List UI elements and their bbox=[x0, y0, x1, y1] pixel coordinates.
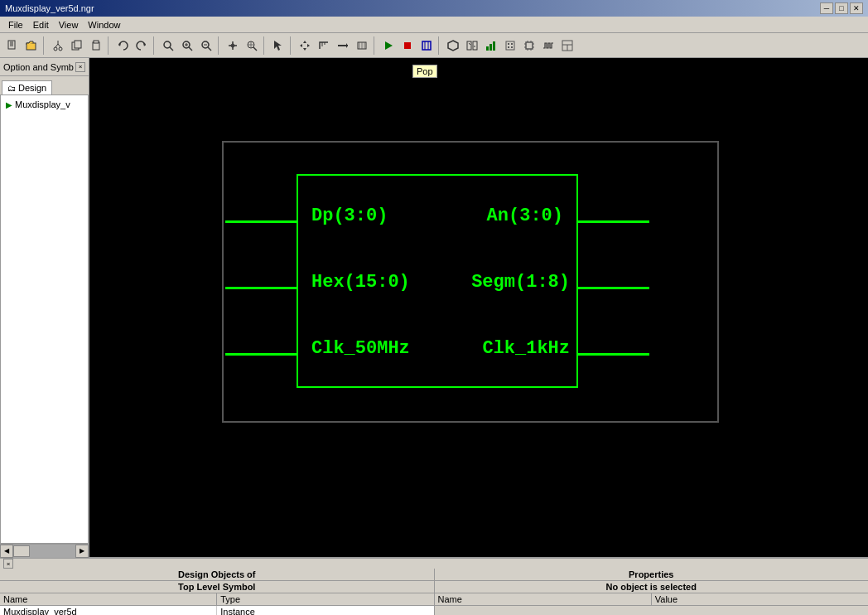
design-objects-table: Name Type Muxdisplay_ver5d Instance bbox=[0, 593, 434, 615]
port-segm: Segm(1:8) bbox=[471, 272, 570, 293]
properties-table: Name Value bbox=[435, 593, 869, 615]
close-button[interactable]: ✕ bbox=[850, 2, 863, 14]
tb-stop[interactable] bbox=[398, 36, 417, 55]
panel-close-button[interactable]: × bbox=[75, 62, 85, 72]
tree-item-icon: ▶ bbox=[6, 100, 12, 109]
tree-item-label: Muxdisplay_v bbox=[15, 99, 70, 109]
svg-rect-11 bbox=[75, 41, 81, 48]
pop-tooltip: Pop bbox=[412, 65, 437, 78]
tb-layout[interactable] bbox=[558, 36, 576, 55]
tab-design[interactable]: 🗂 Design bbox=[2, 80, 52, 94]
prop-value-header: Value bbox=[652, 593, 868, 605]
prop-name-header: Name bbox=[435, 593, 652, 605]
svg-rect-52 bbox=[473, 41, 477, 50]
left-scrollbar: ◀ ▶ bbox=[0, 544, 89, 557]
title-buttons: ─ □ ✕ bbox=[820, 2, 863, 14]
tb-sep-2 bbox=[108, 36, 111, 55]
col-type-header: Type bbox=[217, 593, 433, 605]
canvas-area[interactable]: Pop Dp(3:0) An(3:0) Hex(15:0) bbox=[89, 58, 868, 557]
svg-rect-61 bbox=[508, 46, 509, 48]
tb-sep-5 bbox=[263, 36, 267, 55]
title-bar: Muxdisplay_ver5d.ngr ─ □ ✕ bbox=[0, 0, 868, 17]
svg-line-19 bbox=[189, 47, 192, 51]
svg-point-6 bbox=[59, 47, 62, 51]
svg-line-8 bbox=[58, 44, 60, 47]
properties-title2: No object is selected bbox=[435, 581, 869, 593]
tb-new[interactable] bbox=[3, 36, 22, 55]
scroll-right[interactable]: ▶ bbox=[75, 545, 89, 558]
maximize-button[interactable]: □ bbox=[835, 2, 848, 14]
design-objects-title2: Top Level Symbol bbox=[0, 581, 434, 593]
toolbar bbox=[0, 33, 868, 58]
tb-zoom-in[interactable] bbox=[178, 36, 196, 55]
tb-find[interactable] bbox=[159, 36, 177, 55]
tree-area[interactable]: ▶ Muxdisplay_v bbox=[0, 94, 89, 544]
left-panel: Option and Symb × 🗂 Design ▶ Muxdisplay_… bbox=[0, 58, 89, 557]
tb-zoom-fit[interactable] bbox=[243, 36, 261, 55]
properties-header: Name Value bbox=[435, 593, 869, 606]
panel-header: Option and Symb × bbox=[0, 58, 89, 76]
row-name: Muxdisplay_ver5d bbox=[0, 606, 217, 615]
tb-simulate[interactable] bbox=[379, 36, 398, 55]
svg-marker-40 bbox=[346, 43, 348, 48]
tb-impl[interactable] bbox=[417, 36, 436, 55]
svg-rect-57 bbox=[493, 41, 495, 51]
tb-zoom-out[interactable] bbox=[197, 36, 215, 55]
scroll-track[interactable] bbox=[13, 545, 75, 558]
design-row-0[interactable]: Muxdisplay_ver5d Instance bbox=[0, 606, 434, 615]
bottom-header: × bbox=[0, 559, 868, 569]
scroll-thumb[interactable] bbox=[13, 545, 30, 557]
svg-rect-56 bbox=[489, 44, 492, 51]
svg-marker-50 bbox=[448, 41, 458, 51]
tb-move[interactable] bbox=[296, 36, 314, 55]
tb-undo[interactable] bbox=[113, 36, 132, 55]
design-objects-header: Name Type bbox=[0, 593, 434, 606]
properties-title1: Properties bbox=[435, 569, 869, 581]
menu-window[interactable]: Window bbox=[83, 18, 125, 31]
tb-map[interactable] bbox=[463, 36, 481, 55]
tb-wire[interactable] bbox=[334, 36, 352, 55]
svg-rect-63 bbox=[526, 42, 533, 49]
tb-bus[interactable] bbox=[353, 36, 371, 55]
port-an: An(3:0) bbox=[487, 206, 563, 226]
panel-title: Option and Symb bbox=[3, 62, 74, 72]
tb-open[interactable] bbox=[22, 36, 41, 55]
tb-synth[interactable] bbox=[444, 36, 462, 55]
svg-line-23 bbox=[208, 47, 211, 51]
scroll-left[interactable]: ◀ bbox=[0, 545, 13, 558]
tb-wave[interactable] bbox=[539, 36, 557, 55]
tb-paste[interactable] bbox=[87, 36, 105, 55]
tb-copy[interactable] bbox=[68, 36, 86, 55]
tb-prog[interactable] bbox=[501, 36, 519, 55]
menu-file[interactable]: File bbox=[3, 18, 28, 31]
tb-sep-1 bbox=[43, 36, 46, 55]
menu-edit[interactable]: Edit bbox=[28, 18, 54, 31]
svg-marker-36 bbox=[307, 44, 310, 47]
main-area: Option and Symb × 🗂 Design ▶ Muxdisplay_… bbox=[0, 58, 868, 557]
svg-rect-13 bbox=[94, 41, 99, 43]
port-clk50: Clk_50MHz bbox=[311, 338, 410, 359]
minimize-button[interactable]: ─ bbox=[820, 2, 833, 14]
tb-redo[interactable] bbox=[133, 36, 151, 55]
tb-chip[interactable] bbox=[520, 36, 538, 55]
tb-cut[interactable] bbox=[49, 36, 67, 55]
tree-item-mux[interactable]: ▶ Muxdisplay_v bbox=[4, 99, 84, 110]
tb-cross[interactable] bbox=[224, 36, 242, 55]
svg-marker-32 bbox=[274, 41, 282, 51]
tb-par[interactable] bbox=[482, 36, 500, 55]
wire-clk1k-right bbox=[576, 353, 649, 356]
design-objects-pane: Design Objects of Top Level Symbol Name … bbox=[0, 569, 435, 615]
bottom-panel: × Design Objects of Top Level Symbol Nam… bbox=[0, 557, 868, 615]
menu-view[interactable]: View bbox=[54, 18, 84, 31]
svg-marker-35 bbox=[300, 44, 302, 47]
svg-rect-47 bbox=[422, 41, 431, 50]
bottom-close-button[interactable]: × bbox=[3, 559, 13, 569]
tb-sep-8 bbox=[438, 36, 441, 55]
tb-sep-7 bbox=[374, 36, 377, 55]
wire-hex-left bbox=[225, 287, 298, 289]
tb-select[interactable] bbox=[269, 36, 287, 55]
tab-design-icon: 🗂 bbox=[7, 84, 16, 93]
tb-route[interactable] bbox=[315, 36, 333, 55]
svg-rect-62 bbox=[511, 46, 513, 48]
svg-rect-55 bbox=[486, 46, 489, 51]
